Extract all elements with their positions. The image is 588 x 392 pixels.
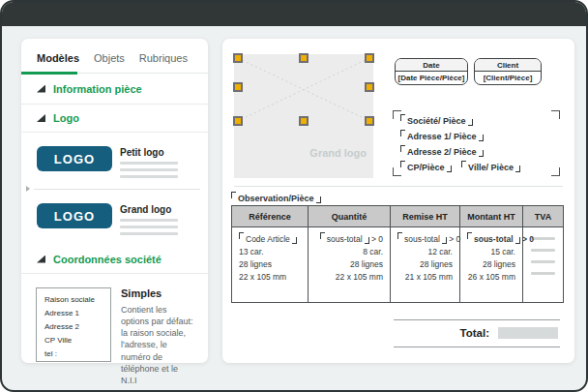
tab-modeles[interactable]: Modèles bbox=[37, 52, 79, 64]
coords-text: Contient les options par défaut: la rais… bbox=[121, 304, 194, 386]
section-label: Logo bbox=[53, 112, 79, 124]
date-field-value: [Date Pièce/Pièce] bbox=[396, 72, 467, 84]
cell-line: 12 car. bbox=[397, 246, 453, 258]
logo-selection[interactable] bbox=[233, 53, 374, 131]
coords-description: Simples Contient les options par défaut:… bbox=[121, 287, 194, 386]
observation-field-object[interactable]: Observation/Pièce bbox=[231, 192, 321, 203]
sidebar-tabs: Modèles Objets Rubriques bbox=[21, 39, 208, 74]
selection-corner-mark bbox=[551, 110, 560, 119]
address-line: Société/ Pièce bbox=[400, 114, 560, 130]
col-header-tva: TVA bbox=[523, 206, 564, 227]
col-header-reference: Référence bbox=[232, 206, 309, 227]
placeholder-line bbox=[120, 168, 178, 171]
date-field-title: Date bbox=[396, 59, 467, 72]
line-items-table-object[interactable]: Référence Quantité Remise HT Montant HT … bbox=[231, 205, 564, 303]
selection-corner-mark bbox=[393, 110, 401, 119]
resize-handle-top-left[interactable] bbox=[233, 53, 243, 63]
cell-remise-ht: sous-total > 0 12 car. 28 lignes 21 x 10… bbox=[391, 227, 460, 303]
placeholder-line bbox=[531, 260, 555, 263]
coords-item-simples[interactable]: Raison sociale Adresse 1 Adresse 2 CP Vi… bbox=[21, 274, 208, 386]
components-sidebar: Modèles Objets Rubriques Information piè… bbox=[21, 39, 208, 363]
section-information-piece[interactable]: Information pièce bbox=[21, 74, 208, 105]
placeholder-line bbox=[531, 249, 555, 252]
coords-line: Adresse 2 bbox=[44, 322, 103, 331]
cell-line: 21 x 105 mm bbox=[397, 271, 453, 284]
field-token: Société/ Pièce bbox=[400, 116, 473, 126]
col-header-montant-ht: Montant HT bbox=[460, 206, 523, 227]
coords-line: Adresse 1 bbox=[44, 309, 103, 317]
cell-reference: Code Article 13 car. 28 lignes 22 x 105 … bbox=[232, 227, 309, 303]
section-coordonnees-societe[interactable]: Coordonnées société bbox=[21, 245, 208, 274]
section-logo[interactable]: Logo bbox=[21, 105, 208, 133]
logo-item-petit[interactable]: LOGO Petit logo bbox=[21, 133, 208, 188]
coords-line: tel : bbox=[44, 349, 103, 358]
logo-badge: LOGO bbox=[37, 203, 112, 228]
logo-item-grand[interactable]: LOGO Grand logo bbox=[21, 190, 208, 245]
field-token: sous-total bbox=[467, 234, 520, 244]
grand-logo-placeholder-label: Grand logo bbox=[309, 147, 367, 159]
resize-handle-bottom-left[interactable] bbox=[233, 116, 243, 126]
field-suffix: > 0 bbox=[371, 234, 383, 244]
total-row: Total: bbox=[394, 320, 560, 347]
tab-objets[interactable]: Objets bbox=[94, 52, 125, 64]
cell-line: 28 lignes bbox=[397, 258, 453, 271]
app-window: Modèles Objets Rubriques Information piè… bbox=[0, 0, 588, 392]
client-field-value: [Client/Pièce] bbox=[475, 72, 541, 84]
total-object[interactable]: Total: bbox=[394, 319, 560, 347]
cell-line: 22 x 105 mm bbox=[315, 271, 383, 284]
cell-line: 8 car. bbox=[315, 246, 383, 258]
resize-handle-bottom-center[interactable] bbox=[299, 116, 309, 126]
field-token: Observation/Pièce bbox=[231, 194, 321, 203]
resize-handle-top-center[interactable] bbox=[299, 53, 309, 63]
section-label: Information pièce bbox=[53, 83, 142, 95]
client-field-title: Client bbox=[475, 59, 541, 72]
logo-badge: LOGO bbox=[37, 146, 112, 171]
placeholder-line bbox=[120, 232, 178, 235]
placeholder-line bbox=[120, 175, 178, 178]
cell-line: 22 x 105 mm bbox=[239, 271, 301, 284]
field-token: sous-total bbox=[320, 234, 369, 244]
collapse-triangle-icon bbox=[37, 85, 45, 93]
logo-item-label: Petit logo bbox=[120, 147, 178, 158]
placeholder-line bbox=[531, 237, 555, 240]
resize-handle-mid-right[interactable] bbox=[365, 82, 374, 92]
placeholder-line bbox=[120, 219, 178, 222]
address-line: CP/Pièce Ville/ Pièce bbox=[400, 161, 560, 176]
cell-quantite: sous-total > 0 8 car. 28 lignes 22 x 105… bbox=[309, 227, 391, 303]
total-value-placeholder bbox=[498, 327, 558, 339]
resize-handle-mid-left[interactable] bbox=[233, 82, 243, 92]
tab-rubriques[interactable]: Rubriques bbox=[139, 52, 188, 64]
date-field-object[interactable]: Date [Date Pièce/Pièce] bbox=[395, 58, 468, 85]
resize-handle-top-right[interactable] bbox=[365, 53, 374, 63]
window-titlebar bbox=[2, 2, 586, 26]
field-suffix: > 0 bbox=[449, 234, 460, 244]
field-token: Code Article bbox=[239, 234, 297, 244]
address-line: Adresse 1/ Pièce bbox=[400, 130, 560, 145]
address-block-object[interactable]: Société/ Pièce Adresse 1/ Pièce Adresse … bbox=[393, 110, 560, 176]
placeholder-line bbox=[531, 272, 555, 275]
logo-item-meta: Grand logo bbox=[120, 203, 178, 235]
client-field-object[interactable]: Client [Client/Pièce] bbox=[474, 58, 542, 85]
placeholder-line bbox=[120, 162, 178, 165]
cell-line: 13 car. bbox=[239, 246, 301, 258]
resize-handle-bottom-right[interactable] bbox=[365, 116, 374, 126]
expand-arrow-icon bbox=[26, 186, 30, 192]
field-token: sous-total bbox=[397, 234, 447, 244]
active-tab-underline bbox=[21, 72, 77, 75]
field-token: Adresse 2/ Pièce bbox=[400, 147, 484, 157]
cell-line: 26 x 105 mm bbox=[467, 271, 515, 284]
logo-item-label: Grand logo bbox=[120, 204, 178, 215]
divider-line bbox=[34, 189, 200, 190]
total-bottom-line bbox=[394, 347, 560, 347]
selection-corner-mark bbox=[393, 167, 401, 176]
field-token: Ville/ Pièce bbox=[461, 163, 520, 172]
col-header-quantite: Quantité bbox=[309, 206, 391, 227]
coords-preview-box: Raison sociale Adresse 1 Adresse 2 CP Vi… bbox=[36, 287, 111, 362]
template-canvas[interactable]: Grand logo Date [Date Pièce/Pièce] Clien… bbox=[222, 39, 574, 363]
header-separator-line bbox=[234, 186, 563, 187]
coords-title: Simples bbox=[121, 287, 194, 299]
cell-line: 15 car. bbox=[467, 246, 515, 258]
coords-line: CP Ville bbox=[44, 336, 103, 345]
field-token: CP/Pièce bbox=[400, 163, 452, 172]
cell-line: 28 lignes bbox=[239, 258, 301, 271]
